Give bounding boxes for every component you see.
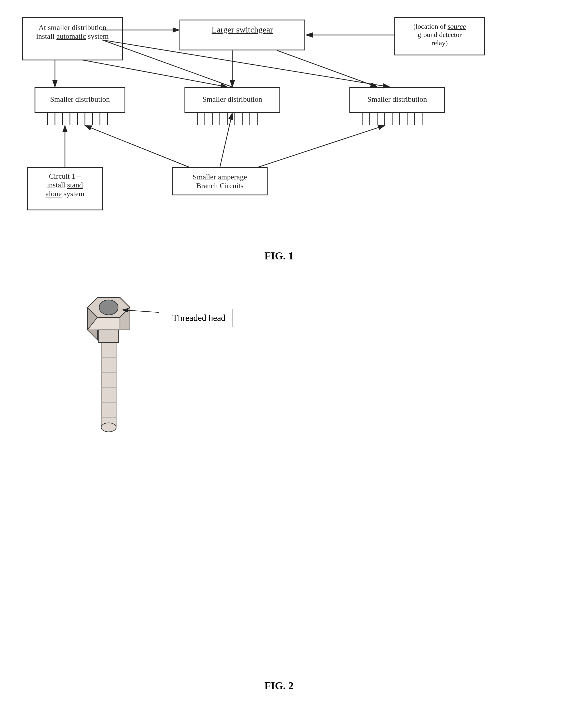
svg-text:Smaller distribution: Smaller distribution: [50, 95, 110, 103]
svg-rect-71: [101, 343, 116, 427]
svg-rect-9: [395, 18, 485, 55]
svg-text:Smaller amperage: Smaller amperage: [193, 173, 247, 181]
svg-rect-70: [99, 330, 119, 343]
bolt-illustration: [60, 290, 165, 470]
fig1-label: FIG. 1: [0, 250, 558, 262]
threaded-head-text: Threaded head: [172, 313, 226, 323]
svg-rect-4: [180, 20, 305, 50]
svg-rect-14: [35, 87, 125, 112]
svg-line-49: [102, 40, 232, 87]
svg-line-48: [82, 60, 227, 87]
threaded-head-label-box: Threaded head: [165, 309, 233, 327]
fig1-diagram: Larger switchgear At smaller distributio…: [15, 10, 573, 247]
svg-text:Branch Circuits: Branch Circuits: [196, 182, 243, 190]
svg-line-64: [257, 125, 385, 167]
svg-rect-6: [22, 18, 122, 60]
page: Larger switchgear At smaller distributio…: [0, 0, 588, 722]
svg-text:install automatic system: install automatic system: [36, 32, 109, 40]
svg-text:Circuit 1 –: Circuit 1 –: [49, 172, 81, 180]
svg-rect-16: [185, 87, 280, 112]
svg-line-62: [85, 125, 190, 167]
svg-text:relay): relay): [432, 39, 448, 47]
fig2-label: FIG. 2: [0, 680, 558, 692]
svg-line-63: [220, 113, 232, 167]
svg-point-66: [99, 300, 118, 315]
svg-text:(location of source: (location of source: [414, 22, 466, 30]
svg-rect-54: [27, 167, 102, 210]
svg-point-72: [101, 423, 116, 432]
svg-line-52: [277, 50, 377, 87]
svg-text:Larger switchgear: Larger switchgear: [212, 25, 273, 34]
fig1-arrows: Larger switchgear At smaller distributio…: [15, 10, 573, 247]
svg-text:ground detector: ground detector: [418, 31, 462, 39]
svg-rect-18: [350, 87, 445, 112]
svg-text:At smaller distribution: At smaller distribution: [39, 23, 106, 32]
svg-text:Smaller distribution: Smaller distribution: [367, 95, 427, 103]
svg-text:alone system: alone system: [45, 189, 84, 198]
svg-text:install stand: install stand: [47, 181, 83, 189]
fig2-diagram: Threaded head: [15, 270, 573, 695]
svg-text:Smaller distribution: Smaller distribution: [202, 95, 262, 103]
svg-rect-58: [172, 167, 267, 195]
svg-line-50: [102, 40, 390, 87]
